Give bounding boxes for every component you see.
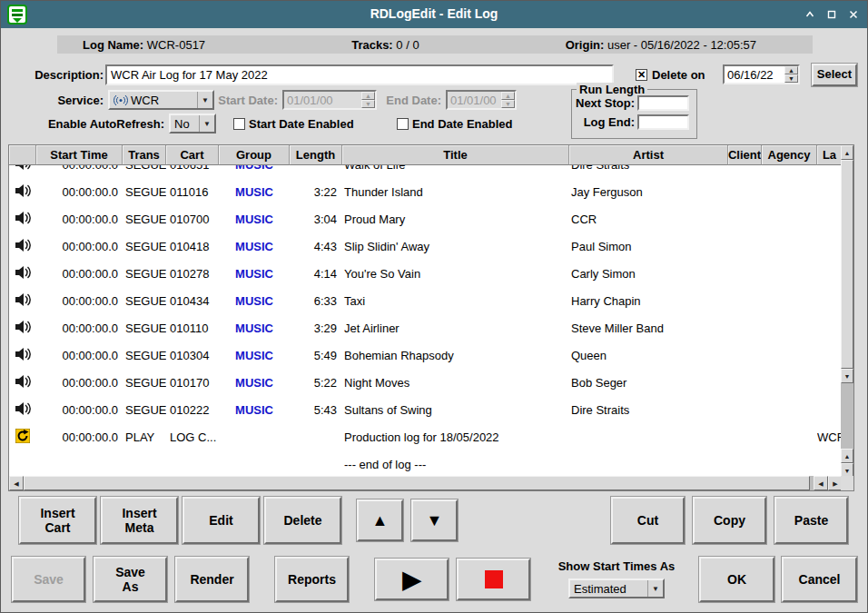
run-length-group: Run Length Next Stop: Log End:: [571, 89, 697, 139]
cut-button[interactable]: Cut: [611, 497, 685, 544]
delete-on-checkbox[interactable]: ✕: [636, 69, 647, 81]
delete-date-input[interactable]: [725, 66, 784, 83]
column-header-client[interactable]: Client: [728, 145, 762, 165]
cell-artist: [569, 450, 728, 478]
column-header-title[interactable]: Title: [342, 145, 569, 165]
cell-start-time: 00:00:00.0: [36, 165, 123, 178]
cell-cart: 010434: [166, 287, 219, 314]
select-date-button[interactable]: Select: [812, 64, 857, 86]
cell-label: [817, 165, 843, 178]
vertical-scroll-thumb[interactable]: [841, 160, 853, 369]
speaker-icon: [15, 401, 31, 419]
titlebar[interactable]: RDLogEdit - Edit Log: [1, 1, 867, 28]
scroll-up-icon[interactable]: ▲: [841, 449, 853, 463]
table-row[interactable]: 00:00:00.0 SEGUE 010304 MUSIC 5:49 Bohem…: [9, 341, 843, 369]
table-row[interactable]: 00:00:00.0 SEGUE 010222 MUSIC 5:43 Sulta…: [9, 396, 843, 423]
show-start-times-combo[interactable]: Estimated ▼: [568, 578, 665, 598]
column-header-cart[interactable]: Cart: [166, 145, 219, 165]
end-date-label: End Date:: [346, 94, 441, 107]
maximize-button[interactable]: [825, 8, 838, 21]
end-date-enabled-checkbox[interactable]: [397, 118, 409, 130]
table-row[interactable]: 00:00:00.0 SEGUE 010651 MUSIC Walk of Li…: [9, 165, 843, 178]
insert-cart-button[interactable]: Insert Cart: [19, 497, 96, 544]
tracks-label: Tracks:: [351, 38, 393, 52]
cell-group: MUSIC: [219, 314, 290, 341]
cell-artist: Jay Ferguson: [569, 178, 728, 205]
chain-icon: [15, 429, 30, 446]
shade-button[interactable]: [804, 8, 816, 21]
table-row[interactable]: 00:00:00.0 SEGUE 011016 MUSIC 3:22 Thund…: [9, 178, 843, 205]
column-header-label[interactable]: La: [817, 145, 843, 165]
cell-group: MUSIC: [219, 396, 290, 423]
start-date-enabled-checkbox[interactable]: [233, 118, 245, 130]
play-button[interactable]: ▶: [375, 559, 449, 600]
cancel-button[interactable]: Cancel: [782, 557, 857, 602]
horizontal-scroll-thumb[interactable]: [24, 476, 810, 490]
cell-cart: 010110: [166, 314, 219, 341]
move-down-button[interactable]: ▼: [411, 499, 458, 541]
insert-meta-button[interactable]: Insert Meta: [101, 497, 178, 544]
show-start-times-label: Show Start Times As: [553, 559, 680, 573]
ok-button[interactable]: OK: [699, 557, 774, 602]
autorefresh-combo[interactable]: No ▼: [169, 114, 216, 133]
edit-button[interactable]: Edit: [182, 497, 260, 544]
log-table-header[interactable]: Start Time Trans Cart Group Length Title…: [9, 145, 843, 165]
close-button[interactable]: [847, 8, 860, 21]
delete-date-spinner[interactable]: ▲ ▼: [723, 64, 800, 84]
cell-group: [219, 450, 290, 478]
column-header-artist[interactable]: Artist: [569, 145, 728, 165]
cell-length: 4:43: [290, 232, 342, 260]
table-row[interactable]: 00:00:00.0 SEGUE 010170 MUSIC 5:22 Night…: [9, 369, 843, 396]
table-row[interactable]: --- end of log ---: [9, 450, 843, 478]
scroll-left-icon[interactable]: ◀: [9, 476, 24, 490]
cell-artist: Dire Straits: [569, 396, 728, 423]
scroll-down-icon[interactable]: ▼: [841, 369, 853, 383]
column-header-trans[interactable]: Trans: [123, 145, 166, 165]
scroll-left-icon[interactable]: ◀: [814, 476, 828, 490]
cell-artist: Steve Miller Band: [569, 314, 728, 341]
table-row[interactable]: 00:00:00.0 SEGUE 010418 MUSIC 4:43 Slip …: [9, 232, 843, 260]
table-row[interactable]: 00:00:00.0 SEGUE 010434 MUSIC 6:33 Taxi …: [9, 287, 843, 314]
cell-client: [728, 287, 762, 314]
speaker-icon: [15, 183, 31, 201]
cell-agency: [762, 450, 817, 478]
combo-arrow-icon: ▼: [199, 115, 214, 132]
spin-down-icon: ▼: [501, 100, 515, 108]
cell-client: [728, 396, 762, 423]
column-header-agency[interactable]: Agency: [762, 145, 817, 165]
column-header-group[interactable]: Group: [219, 145, 290, 165]
vertical-scrollbar[interactable]: ▲ ▼ ▲ ▼: [841, 145, 853, 478]
cell-artist: Dire Straits: [569, 165, 728, 178]
cell-title: Walk of Life: [342, 165, 569, 178]
cell-group: MUSIC: [219, 341, 290, 369]
end-date-enabled-label: End Date Enabled: [412, 117, 513, 131]
paste-button[interactable]: Paste: [774, 497, 848, 544]
cell-cart: 010304: [166, 341, 219, 369]
cell-cart: 010278: [166, 260, 219, 287]
cell-group: MUSIC: [219, 260, 290, 287]
reports-button[interactable]: Reports: [275, 557, 349, 602]
column-header-start-time[interactable]: Start Time: [36, 145, 123, 165]
column-header-icon[interactable]: [9, 145, 36, 165]
table-row[interactable]: 00:00:00.0 SEGUE 010278 MUSIC 4:14 You'r…: [9, 260, 843, 287]
table-row[interactable]: 00:00:00.0 SEGUE 010110 MUSIC 3:29 Jet A…: [9, 314, 843, 341]
table-row[interactable]: 00:00:00.0 PLAY LOG C... Production log …: [9, 423, 843, 450]
spin-up-icon[interactable]: ▲: [784, 66, 798, 74]
save-as-button[interactable]: Save As: [94, 557, 167, 602]
stop-button[interactable]: [457, 559, 530, 600]
cell-trans: SEGUE: [123, 178, 166, 205]
table-row[interactable]: 00:00:00.0 SEGUE 010700 MUSIC 3:04 Proud…: [9, 205, 843, 232]
scroll-up-icon[interactable]: ▲: [841, 145, 853, 160]
copy-button[interactable]: Copy: [693, 497, 766, 544]
cell-label: [817, 341, 843, 369]
column-header-length[interactable]: Length: [290, 145, 342, 165]
description-input[interactable]: [105, 64, 614, 85]
spin-down-icon[interactable]: ▼: [784, 74, 798, 83]
run-length-title: Run Length: [577, 83, 647, 96]
cell-start-time: 00:00:00.0: [36, 314, 123, 341]
cell-agency: [762, 178, 817, 205]
horizontal-scrollbar[interactable]: ◀ ◀ ▶: [9, 476, 843, 490]
move-up-button[interactable]: ▲: [357, 499, 403, 541]
delete-button[interactable]: Delete: [264, 497, 341, 544]
render-button[interactable]: Render: [175, 557, 249, 602]
